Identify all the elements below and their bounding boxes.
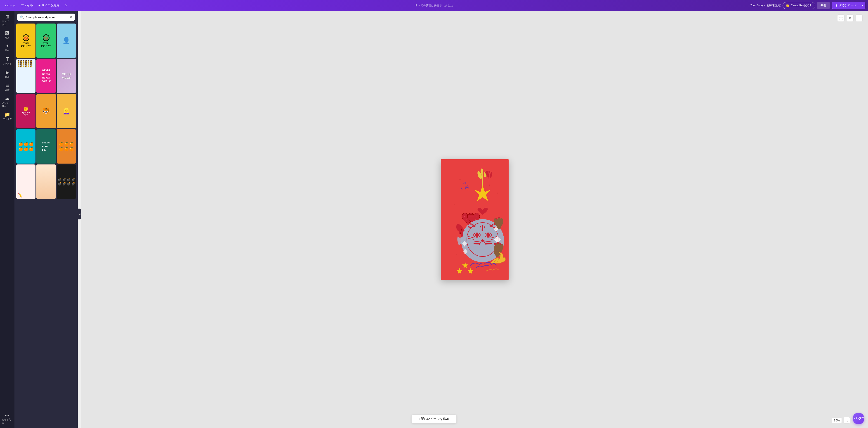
topbar: ‹ ホーム ファイル ✦ サイズを変更 ↺ すべての変更は保存されました You… — [0, 0, 347, 11]
list-item[interactable]: 👤 — [57, 24, 76, 58]
undo-icon: ↺ — [65, 4, 67, 7]
list-item[interactable]: NEVERNEVERNEVERGIVE UP — [36, 59, 56, 93]
sidebar-text-label: テキスト — [3, 62, 12, 66]
list-item[interactable]: 🍊🍊 🍊🍊 🍊🍊 — [57, 129, 76, 164]
folder-icon: 📁 — [4, 112, 10, 117]
list-item[interactable]: 🚫 STOP!歩きスマホ — [16, 24, 35, 58]
search-input-wrap: 🔍 ✕ — [17, 13, 75, 21]
sidebar-upload-label: アップロ... — [2, 101, 13, 108]
home-button[interactable]: ‹ ホーム — [3, 2, 18, 9]
list-item[interactable]: DREAM.PLAN.DO. — [36, 129, 56, 164]
chevron-left-icon: ‹ — [5, 4, 6, 7]
undo-button[interactable]: ↺ — [62, 2, 69, 8]
list-item[interactable]: 🚫 STOP!歩きスマホ — [36, 24, 56, 58]
video-icon: ▶ — [6, 70, 9, 75]
template-panel: 🔍 ✕ 🚫 STOP!歩きスマホ 🚫 STOP!歩きスマホ — [14, 11, 78, 174]
search-input[interactable] — [26, 16, 68, 19]
list-item[interactable]: 💣💣 💣💣 💣💣 💣💣 — [57, 165, 76, 174]
list-item[interactable]: 🧑 👩 🧑 👩 🧑 👩 🧑 👩 🧑 👩 🧑 👩 🧑 👩 🧑 👩 🧑 👩 🧑 👩 … — [16, 59, 35, 93]
resize-icon: ✦ — [38, 4, 41, 7]
list-item[interactable]: 👱‍♀️ — [57, 94, 76, 128]
canvas-area: ⬚ ⧉ + — [81, 11, 347, 174]
template-grid: 🚫 STOP!歩きスマホ 🚫 STOP!歩きスマホ 👤 🧑 👩 🧑 👩 🧑 👩 … — [14, 24, 78, 174]
text-icon: T — [6, 57, 8, 61]
list-item[interactable]: 🍊🍊 🍊🍊 🍊🍊 — [16, 129, 35, 164]
list-item[interactable]: 🐯 — [36, 94, 56, 128]
sidebar-photo-label: 写真 — [5, 36, 9, 39]
sidebar-item-video[interactable]: ▶ 動画 — [1, 68, 13, 81]
list-item[interactable]: ✏️ — [16, 165, 35, 174]
resize-label: サイズを変更 — [41, 3, 59, 7]
sidebar-item-photo[interactable]: 🖼 写真 — [1, 29, 13, 41]
list-item[interactable] — [36, 165, 56, 174]
sidebar-item-text[interactable]: T テキスト — [1, 55, 13, 67]
topbar-left: ‹ ホーム ファイル ✦ サイズを変更 ↺ すべての変更は保存されました — [3, 2, 347, 9]
photo-icon: 🖼 — [5, 31, 9, 35]
sidebar-video-label: 動画 — [5, 76, 9, 79]
resize-button[interactable]: ✦ サイズを変更 — [36, 2, 61, 9]
background-icon: ▤ — [5, 83, 9, 87]
file-label: ファイル — [21, 3, 33, 7]
list-item[interactable]: ✊ fight likea girl — [16, 94, 35, 128]
list-item[interactable]: GOODVIBES — [57, 59, 76, 93]
sidebar-background-label: 背景 — [5, 88, 9, 91]
element-icon: ✦ — [6, 44, 9, 48]
upload-icon: ☁ — [5, 96, 9, 101]
file-button[interactable]: ファイル — [19, 2, 35, 9]
sidebar-item-upload[interactable]: ☁ アップロ... — [1, 94, 13, 110]
search-icon: 🔍 — [20, 16, 24, 19]
sidebar-item-template[interactable]: ⊞ テンプレ... — [1, 13, 13, 28]
search-clear-button[interactable]: ✕ — [70, 16, 72, 19]
sidebar-element-label: 素材 — [5, 49, 9, 52]
sidebar: ⊞ テンプレ... 🖼 写真 ✦ 素材 T テキスト ▶ 動画 ▤ 背景 ☁ ア… — [0, 11, 14, 174]
sidebar-item-element[interactable]: ✦ 素材 — [1, 42, 13, 54]
search-bar: 🔍 ✕ — [14, 11, 78, 24]
sidebar-item-background[interactable]: ▤ 背景 — [1, 81, 13, 93]
home-label: ホーム — [7, 3, 16, 7]
sidebar-item-folder[interactable]: 📁 フォルダ — [1, 110, 13, 123]
sidebar-folder-label: フォルダ — [3, 118, 12, 121]
sidebar-template-label: テンプレ... — [2, 20, 13, 26]
template-icon: ⊞ — [5, 15, 9, 19]
